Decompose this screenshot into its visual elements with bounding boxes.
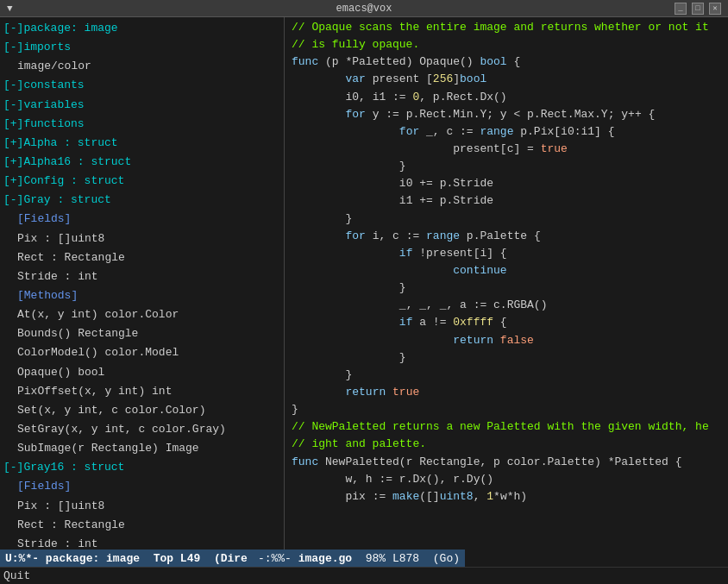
code-line: i1 += p.Stride — [292, 192, 721, 210]
sidebar-item[interactable]: Pix : []uint8 — [0, 497, 284, 516]
code-line: continue — [292, 262, 721, 279]
code-line: // Opaque scans the entire image and ret… — [292, 19, 721, 36]
sidebar-item[interactable]: [+]Alpha : struct — [0, 134, 284, 153]
code-line: } — [292, 349, 721, 367]
code-line: for y := p.Rect.Min.Y; y < p.Rect.Max.Y;… — [292, 106, 721, 123]
code-line: for _, c := range p.Pix[i0:i1] { — [292, 123, 721, 141]
status-left: U:%*- package: image Top L49 (Dire — [0, 549, 253, 567]
code-line: // ight and palette. — [292, 436, 721, 453]
main-container: [-]package: image[-]importsimage/color[-… — [0, 17, 728, 549]
bottom-bar: Quit — [0, 567, 728, 584]
code-line: return true — [292, 384, 721, 401]
sidebar-item[interactable]: [-]package: image — [0, 19, 284, 38]
code-line: } — [292, 401, 721, 418]
code-line: if a != 0xffff { — [292, 314, 721, 331]
sidebar-item[interactable]: [-]variables — [0, 96, 284, 115]
code-line: // NewPaletted returns a new Paletted wi… — [292, 418, 721, 436]
status-position: Top L49 — [154, 552, 201, 565]
sidebar-item[interactable]: image/color — [0, 57, 284, 76]
sidebar-item[interactable]: [-]imports — [0, 38, 284, 57]
sidebar-item[interactable]: [Methods] — [0, 286, 284, 305]
title-bar: ▼ emacs@vox _ □ ✕ — [0, 0, 728, 17]
sidebar-item[interactable]: [+]Alpha16 : struct — [0, 153, 284, 172]
code-line: i0, i1 := 0, p.Rect.Dx() — [292, 89, 721, 106]
code-line: // is fully opaque. — [292, 36, 721, 53]
status-percent: 98% L878 — [366, 552, 419, 565]
sidebar: [-]package: image[-]importsimage/color[-… — [0, 17, 285, 549]
status-lang: (Go) — [433, 552, 460, 565]
code-line: present[c] = true — [292, 141, 721, 158]
sidebar-item[interactable]: [-]Gray16 : struct — [0, 458, 284, 477]
sidebar-item[interactable]: Pix : []uint8 — [0, 229, 284, 248]
code-line: func NewPaletted(r Rectangle, p color.Pa… — [292, 454, 721, 471]
sidebar-item[interactable]: Rect : Rectangle — [0, 516, 284, 535]
sidebar-item[interactable]: [+]Config : struct — [0, 172, 284, 191]
code-line: } — [292, 158, 721, 175]
sidebar-item[interactable]: ColorModel() color.Model — [0, 343, 284, 362]
code-line: pix := make([]uint8, 1*w*h) — [292, 488, 721, 506]
maximize-button[interactable]: □ — [692, 3, 704, 15]
status-mode-left: U:%*- — [5, 552, 39, 565]
minimize-button[interactable]: _ — [675, 3, 687, 15]
bottom-text: Quit — [3, 569, 30, 582]
status-buffer: package: image — [46, 552, 140, 565]
sidebar-item[interactable]: [-]constants — [0, 76, 284, 95]
sidebar-item[interactable]: At(x, y int) color.Color — [0, 305, 284, 324]
title-bar-controls: _ □ ✕ — [675, 3, 721, 15]
status-bar: U:%*- package: image Top L49 (Dire -:%%-… — [0, 549, 728, 567]
sidebar-item[interactable]: Set(x, y int, c color.Color) — [0, 401, 284, 420]
sidebar-item[interactable]: [Fields] — [0, 210, 284, 229]
sidebar-item[interactable]: Stride : int — [0, 535, 284, 549]
sidebar-item[interactable]: [Fields] — [0, 477, 284, 496]
code-line: _, _, _, a := c.RGBA() — [292, 297, 721, 314]
status-right: -:%%- image.go 98% L878 (Go) — [253, 549, 465, 567]
code-line: } — [292, 367, 721, 384]
sidebar-item[interactable]: [+]functions — [0, 115, 284, 134]
code-line: w, h := r.Dx(), r.Dy() — [292, 471, 721, 488]
code-line: func (p *Paletted) Opaque() bool { — [292, 53, 721, 71]
sidebar-item[interactable]: Opaque() bool — [0, 363, 284, 382]
close-button[interactable]: ✕ — [709, 3, 721, 15]
sidebar-item[interactable]: Stride : int — [0, 267, 284, 286]
code-line: return false — [292, 332, 721, 349]
code-line: } — [292, 210, 721, 228]
sidebar-item[interactable]: [-]Gray : struct — [0, 191, 284, 210]
status-mode-right: -:%%- — [258, 552, 292, 565]
code-line: i0 += p.Stride — [292, 175, 721, 192]
status-extra: (Dire — [214, 552, 248, 565]
status-filename: image.go — [298, 552, 352, 565]
title-bar-title: emacs@vox — [336, 3, 392, 15]
title-bar-menu[interactable]: ▼ — [7, 3, 13, 14]
code-line: if !present[i] { — [292, 245, 721, 262]
sidebar-item[interactable]: SubImage(r Rectangle) Image — [0, 439, 284, 458]
sidebar-item[interactable]: Rect : Rectangle — [0, 248, 284, 267]
sidebar-item[interactable]: PixOffset(x, y int) int — [0, 382, 284, 401]
code-line: } — [292, 279, 721, 297]
editor: // Opaque scans the entire image and ret… — [285, 17, 728, 549]
code-line: var present [256]bool — [292, 71, 721, 88]
sidebar-item[interactable]: Bounds() Rectangle — [0, 324, 284, 343]
code-line: for i, c := range p.Palette { — [292, 228, 721, 245]
sidebar-item[interactable]: SetGray(x, y int, c color.Gray) — [0, 420, 284, 439]
